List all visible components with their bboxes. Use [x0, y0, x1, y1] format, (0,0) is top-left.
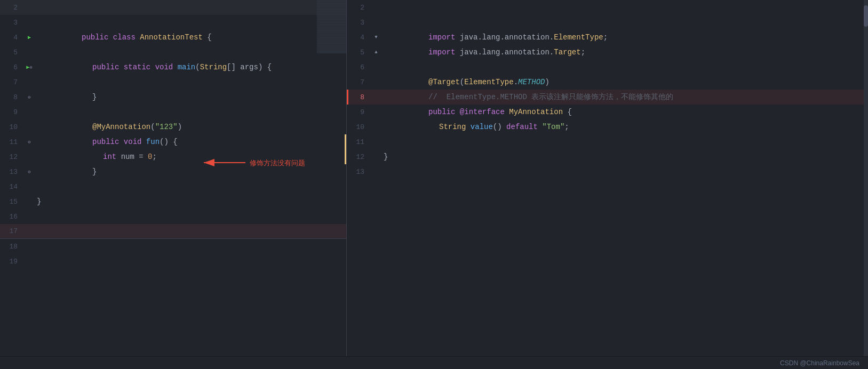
table-row: 15 } [0, 194, 346, 209]
fold-icon: ⊖ [28, 169, 30, 175]
table-row: 17 [0, 224, 346, 239]
fold-icon: ⊖ [28, 94, 30, 100]
table-row: 10 String value() default "Tom"; [347, 119, 868, 134]
table-row: 18 [0, 239, 346, 254]
bookmark-icon: ▼ [375, 35, 377, 40]
table-row: 5 ▲ import java.lang.annotation.Target; [347, 45, 868, 60]
table-row: 12 } [347, 149, 868, 164]
editor-container: 2 3 4 ▶ public class AnnotationTest { 5 [0, 0, 868, 356]
left-code-area[interactable]: 2 3 4 ▶ public class AnnotationTest { 5 [0, 0, 346, 356]
csdn-attribution: CSDN @ChinaRainbowSea [780, 359, 859, 367]
fold-icon: ⊖ [29, 65, 32, 70]
right-code-area[interactable]: 2 3 4 ▼ import java.lang.annotation.Elem… [347, 0, 868, 356]
run-icon: ▶ [28, 34, 31, 41]
scrollbar[interactable] [864, 0, 868, 356]
table-row: 16 [0, 209, 346, 224]
minimap [317, 0, 346, 53]
table-row: 14 [0, 179, 346, 194]
right-pane: 2 3 4 ▼ import java.lang.annotation.Elem… [347, 0, 868, 356]
table-row: 4 ▶ public class AnnotationTest { [0, 30, 346, 45]
table-row: 19 [0, 254, 346, 269]
bottom-bar: CSDN @ChinaRainbowSea [0, 356, 868, 369]
table-row: 13 ⊖ } [0, 164, 346, 179]
left-pane: 2 3 4 ▶ public class AnnotationTest { 5 [0, 0, 347, 356]
fold-icon: ⊖ [28, 139, 30, 145]
table-row: 11 [347, 134, 868, 149]
table-row: 6 ▶ ⊖ public static void main(String[] a… [0, 60, 346, 75]
line-indicator [347, 90, 348, 105]
table-row: 13 [347, 164, 868, 179]
bookmark-icon: ▲ [375, 50, 377, 55]
table-row: 8 ⊖ } [0, 90, 346, 105]
table-row: 2 [347, 0, 868, 15]
table-row: 2 [0, 0, 346, 15]
scrollbar-thumb[interactable] [864, 5, 868, 27]
